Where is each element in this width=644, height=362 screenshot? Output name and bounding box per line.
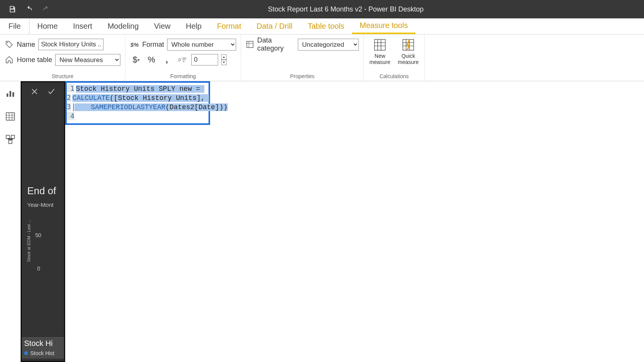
- ribbon-tabs: File Home Insert Modeling View Help Form…: [0, 18, 644, 34]
- percent-button[interactable]: %: [145, 54, 158, 66]
- svg-rect-4: [375, 39, 385, 50]
- group-label-properties: Properties: [246, 73, 359, 80]
- tab-measure-tools[interactable]: Measure tools: [352, 18, 416, 34]
- y-axis-label: Stock at EOM - Last ...: [26, 219, 31, 262]
- tab-table-tools[interactable]: Table tools: [300, 18, 352, 34]
- new-measure-label: New measure: [370, 53, 390, 65]
- svg-rect-10: [6, 135, 10, 139]
- svg-text:.00: .00: [181, 57, 186, 61]
- svg-rect-3: [247, 41, 253, 48]
- formula-bar-controls: [22, 82, 64, 101]
- tab-home[interactable]: Home: [30, 18, 65, 34]
- line-number: 1: [67, 84, 74, 92]
- text-cursor-icon: [73, 103, 74, 111]
- svg-text:.0: .0: [177, 58, 181, 62]
- group-structure: Name Home table New Measures Structure: [0, 34, 125, 81]
- format-label: Format: [142, 41, 164, 49]
- svg-rect-9: [6, 113, 15, 120]
- formula-editor-area: 1 Stock History Units SPLY new = 2 CALCU…: [65, 81, 644, 362]
- tab-insert[interactable]: Insert: [66, 18, 100, 34]
- format-select[interactable]: Whole number: [167, 39, 236, 51]
- legend-label: Stock Hist: [30, 350, 54, 356]
- data-view-icon[interactable]: [4, 110, 16, 123]
- group-calculations: New measure Quick measure Calculations: [364, 34, 425, 81]
- svg-rect-11: [11, 135, 15, 139]
- data-category-label: Data category: [257, 36, 295, 52]
- quick-access-toolbar: [8, 5, 51, 14]
- group-label-formatting: Formatting: [130, 73, 236, 80]
- model-view-icon[interactable]: [4, 133, 16, 146]
- group-label-structure: Structure: [5, 73, 120, 80]
- formula-cancel-icon[interactable]: [29, 86, 40, 97]
- window-title: Stock Report Last 6 Months v2 - Power BI…: [51, 5, 641, 13]
- svg-point-0: [7, 42, 8, 43]
- decimal-icon[interactable]: .0.00: [176, 54, 188, 66]
- svg-rect-8: [12, 92, 14, 97]
- code-line-3-rest: (Dates2[Date])): [166, 103, 228, 111]
- code-line-1: Stock History Units SPLY new =: [76, 85, 204, 93]
- formula-commit-icon[interactable]: [46, 86, 57, 97]
- visual-2: Stock Hi Stock Hist: [22, 336, 64, 359]
- svg-rect-12: [8, 140, 12, 144]
- format-icon: $%: [130, 40, 139, 49]
- redo-icon[interactable]: [41, 5, 51, 14]
- group-label-calculations: Calculations: [368, 73, 420, 80]
- line-number: 4: [67, 112, 74, 120]
- svg-rect-7: [9, 91, 11, 97]
- quick-measure-label: Quick measure: [398, 53, 419, 65]
- svg-rect-6: [7, 93, 8, 97]
- new-measure-button[interactable]: New measure: [368, 38, 391, 65]
- legend-dot-icon: [24, 351, 28, 355]
- report-view-icon[interactable]: [4, 87, 16, 100]
- home-table-label: Home table: [17, 56, 52, 64]
- code-indent: [74, 103, 91, 111]
- formula-editor[interactable]: 1 Stock History Units SPLY new = 2 CALCU…: [65, 81, 210, 125]
- code-fn-calculate: CALCULATE: [72, 94, 110, 102]
- name-label: Name: [17, 41, 35, 49]
- view-rail: [0, 81, 21, 362]
- y-tick-50: 50: [35, 232, 41, 238]
- data-category-select[interactable]: Uncategorized: [298, 39, 359, 51]
- titlebar: Stock Report Last 6 Months v2 - Power BI…: [0, 0, 644, 18]
- tag-icon: [5, 40, 14, 49]
- currency-button[interactable]: $▾: [130, 54, 142, 66]
- y-tick-0: 0: [37, 265, 40, 272]
- category-icon: [246, 40, 254, 49]
- tab-view[interactable]: View: [146, 18, 178, 34]
- tab-format[interactable]: Format: [209, 18, 249, 34]
- decimals-spinner[interactable]: ▴▾: [221, 54, 227, 65]
- line-number: 2: [67, 93, 71, 102]
- visual-axis-legend: Year-Mont: [27, 201, 56, 208]
- undo-icon[interactable]: [25, 5, 34, 14]
- group-properties: Data category Uncategorized Properties: [241, 34, 364, 81]
- tab-modeling[interactable]: Modeling: [100, 18, 146, 34]
- code-fn-sply: SAMEPERIODLASTYEAR: [91, 103, 165, 111]
- decimals-input[interactable]: [191, 54, 218, 66]
- tab-help[interactable]: Help: [178, 18, 209, 34]
- ribbon-body: Name Home table New Measures Structure $…: [0, 34, 644, 81]
- line-number: 3: [67, 103, 71, 111]
- visual-2-title: Stock Hi: [24, 339, 62, 348]
- quick-measure-button[interactable]: Quick measure: [397, 38, 420, 65]
- visual-title: End of: [27, 185, 56, 197]
- save-icon[interactable]: [8, 5, 17, 14]
- name-input[interactable]: [38, 39, 104, 50]
- group-formatting: $% Format Whole number $▾ % , .0.00 ▴▾ F…: [125, 34, 241, 81]
- tab-data-drill[interactable]: Data / Drill: [249, 18, 300, 34]
- home-icon: [5, 55, 14, 64]
- code-line-2-rest: ([Stock History Units],: [110, 94, 209, 102]
- report-canvas-sliver: End of Year-Mont Stock at EOM - Last ...…: [21, 81, 65, 362]
- workspace: End of Year-Mont Stock at EOM - Last ...…: [0, 81, 644, 362]
- tab-file[interactable]: File: [0, 18, 30, 34]
- home-table-select[interactable]: New Measures: [55, 54, 120, 66]
- thousands-button[interactable]: ,: [161, 54, 173, 66]
